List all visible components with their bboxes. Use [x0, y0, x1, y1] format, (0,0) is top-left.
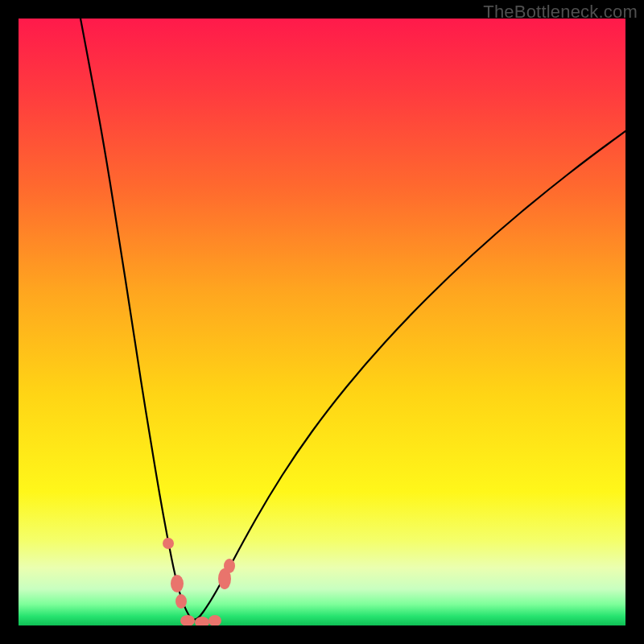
watermark-text: TheBottleneck.com — [483, 2, 638, 23]
curve-marker — [163, 538, 174, 549]
plot-area — [19, 19, 625, 625]
curve-marker — [171, 575, 184, 592]
bottleneck-chart — [19, 19, 625, 625]
curve-marker — [224, 559, 235, 573]
curve-marker — [175, 594, 187, 609]
outer-black-frame: TheBottleneck.com — [0, 0, 644, 644]
gradient-background — [19, 19, 625, 625]
